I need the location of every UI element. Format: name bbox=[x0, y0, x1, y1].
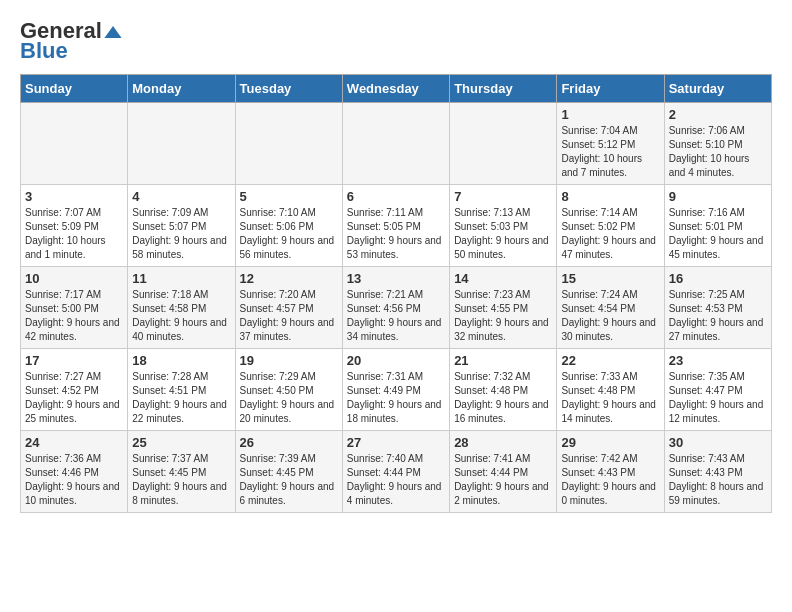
calendar-cell: 15Sunrise: 7:24 AM Sunset: 4:54 PM Dayli… bbox=[557, 267, 664, 349]
calendar-week-row: 17Sunrise: 7:27 AM Sunset: 4:52 PM Dayli… bbox=[21, 349, 772, 431]
calendar-cell: 6Sunrise: 7:11 AM Sunset: 5:05 PM Daylig… bbox=[342, 185, 449, 267]
calendar-cell: 2Sunrise: 7:06 AM Sunset: 5:10 PM Daylig… bbox=[664, 103, 771, 185]
calendar-cell: 12Sunrise: 7:20 AM Sunset: 4:57 PM Dayli… bbox=[235, 267, 342, 349]
header: General Blue bbox=[20, 20, 772, 64]
day-number: 19 bbox=[240, 353, 338, 368]
day-info: Sunrise: 7:31 AM Sunset: 4:49 PM Dayligh… bbox=[347, 370, 445, 426]
day-info: Sunrise: 7:21 AM Sunset: 4:56 PM Dayligh… bbox=[347, 288, 445, 344]
day-number: 7 bbox=[454, 189, 552, 204]
day-info: Sunrise: 7:32 AM Sunset: 4:48 PM Dayligh… bbox=[454, 370, 552, 426]
day-info: Sunrise: 7:11 AM Sunset: 5:05 PM Dayligh… bbox=[347, 206, 445, 262]
day-info: Sunrise: 7:27 AM Sunset: 4:52 PM Dayligh… bbox=[25, 370, 123, 426]
day-of-week-header: Thursday bbox=[450, 75, 557, 103]
svg-marker-0 bbox=[104, 26, 121, 38]
calendar-cell: 27Sunrise: 7:40 AM Sunset: 4:44 PM Dayli… bbox=[342, 431, 449, 513]
calendar-cell: 28Sunrise: 7:41 AM Sunset: 4:44 PM Dayli… bbox=[450, 431, 557, 513]
calendar-cell: 19Sunrise: 7:29 AM Sunset: 4:50 PM Dayli… bbox=[235, 349, 342, 431]
day-number: 20 bbox=[347, 353, 445, 368]
calendar-cell: 3Sunrise: 7:07 AM Sunset: 5:09 PM Daylig… bbox=[21, 185, 128, 267]
day-number: 3 bbox=[25, 189, 123, 204]
day-info: Sunrise: 7:25 AM Sunset: 4:53 PM Dayligh… bbox=[669, 288, 767, 344]
day-info: Sunrise: 7:41 AM Sunset: 4:44 PM Dayligh… bbox=[454, 452, 552, 508]
day-number: 17 bbox=[25, 353, 123, 368]
day-number: 5 bbox=[240, 189, 338, 204]
day-info: Sunrise: 7:07 AM Sunset: 5:09 PM Dayligh… bbox=[25, 206, 123, 262]
day-number: 28 bbox=[454, 435, 552, 450]
day-number: 23 bbox=[669, 353, 767, 368]
calendar-table: SundayMondayTuesdayWednesdayThursdayFrid… bbox=[20, 74, 772, 513]
day-info: Sunrise: 7:42 AM Sunset: 4:43 PM Dayligh… bbox=[561, 452, 659, 508]
calendar-cell: 21Sunrise: 7:32 AM Sunset: 4:48 PM Dayli… bbox=[450, 349, 557, 431]
day-number: 25 bbox=[132, 435, 230, 450]
day-of-week-header: Wednesday bbox=[342, 75, 449, 103]
calendar-cell: 1Sunrise: 7:04 AM Sunset: 5:12 PM Daylig… bbox=[557, 103, 664, 185]
day-number: 15 bbox=[561, 271, 659, 286]
day-number: 22 bbox=[561, 353, 659, 368]
day-number: 24 bbox=[25, 435, 123, 450]
day-of-week-header: Monday bbox=[128, 75, 235, 103]
calendar-cell bbox=[128, 103, 235, 185]
calendar-week-row: 24Sunrise: 7:36 AM Sunset: 4:46 PM Dayli… bbox=[21, 431, 772, 513]
day-number: 13 bbox=[347, 271, 445, 286]
calendar-cell: 5Sunrise: 7:10 AM Sunset: 5:06 PM Daylig… bbox=[235, 185, 342, 267]
day-info: Sunrise: 7:28 AM Sunset: 4:51 PM Dayligh… bbox=[132, 370, 230, 426]
day-number: 10 bbox=[25, 271, 123, 286]
day-info: Sunrise: 7:23 AM Sunset: 4:55 PM Dayligh… bbox=[454, 288, 552, 344]
day-number: 6 bbox=[347, 189, 445, 204]
calendar-cell bbox=[450, 103, 557, 185]
calendar-cell: 14Sunrise: 7:23 AM Sunset: 4:55 PM Dayli… bbox=[450, 267, 557, 349]
day-number: 12 bbox=[240, 271, 338, 286]
logo: General Blue bbox=[20, 20, 122, 64]
day-info: Sunrise: 7:40 AM Sunset: 4:44 PM Dayligh… bbox=[347, 452, 445, 508]
day-number: 26 bbox=[240, 435, 338, 450]
day-number: 30 bbox=[669, 435, 767, 450]
day-number: 16 bbox=[669, 271, 767, 286]
calendar-cell: 8Sunrise: 7:14 AM Sunset: 5:02 PM Daylig… bbox=[557, 185, 664, 267]
calendar-week-row: 1Sunrise: 7:04 AM Sunset: 5:12 PM Daylig… bbox=[21, 103, 772, 185]
calendar-cell: 24Sunrise: 7:36 AM Sunset: 4:46 PM Dayli… bbox=[21, 431, 128, 513]
calendar-cell: 20Sunrise: 7:31 AM Sunset: 4:49 PM Dayli… bbox=[342, 349, 449, 431]
day-number: 18 bbox=[132, 353, 230, 368]
logo-blue: Blue bbox=[20, 38, 68, 64]
calendar-cell: 11Sunrise: 7:18 AM Sunset: 4:58 PM Dayli… bbox=[128, 267, 235, 349]
day-number: 21 bbox=[454, 353, 552, 368]
day-info: Sunrise: 7:04 AM Sunset: 5:12 PM Dayligh… bbox=[561, 124, 659, 180]
calendar-cell: 23Sunrise: 7:35 AM Sunset: 4:47 PM Dayli… bbox=[664, 349, 771, 431]
calendar-cell bbox=[342, 103, 449, 185]
day-number: 27 bbox=[347, 435, 445, 450]
day-of-week-header: Saturday bbox=[664, 75, 771, 103]
day-info: Sunrise: 7:29 AM Sunset: 4:50 PM Dayligh… bbox=[240, 370, 338, 426]
day-of-week-header: Friday bbox=[557, 75, 664, 103]
day-number: 2 bbox=[669, 107, 767, 122]
calendar-cell: 4Sunrise: 7:09 AM Sunset: 5:07 PM Daylig… bbox=[128, 185, 235, 267]
calendar-header-row: SundayMondayTuesdayWednesdayThursdayFrid… bbox=[21, 75, 772, 103]
calendar-cell: 13Sunrise: 7:21 AM Sunset: 4:56 PM Dayli… bbox=[342, 267, 449, 349]
day-info: Sunrise: 7:06 AM Sunset: 5:10 PM Dayligh… bbox=[669, 124, 767, 180]
day-info: Sunrise: 7:18 AM Sunset: 4:58 PM Dayligh… bbox=[132, 288, 230, 344]
day-of-week-header: Tuesday bbox=[235, 75, 342, 103]
day-number: 11 bbox=[132, 271, 230, 286]
day-number: 29 bbox=[561, 435, 659, 450]
day-info: Sunrise: 7:36 AM Sunset: 4:46 PM Dayligh… bbox=[25, 452, 123, 508]
calendar-cell: 9Sunrise: 7:16 AM Sunset: 5:01 PM Daylig… bbox=[664, 185, 771, 267]
calendar-cell bbox=[21, 103, 128, 185]
day-info: Sunrise: 7:43 AM Sunset: 4:43 PM Dayligh… bbox=[669, 452, 767, 508]
day-number: 4 bbox=[132, 189, 230, 204]
day-info: Sunrise: 7:35 AM Sunset: 4:47 PM Dayligh… bbox=[669, 370, 767, 426]
calendar-cell: 16Sunrise: 7:25 AM Sunset: 4:53 PM Dayli… bbox=[664, 267, 771, 349]
day-info: Sunrise: 7:37 AM Sunset: 4:45 PM Dayligh… bbox=[132, 452, 230, 508]
day-info: Sunrise: 7:17 AM Sunset: 5:00 PM Dayligh… bbox=[25, 288, 123, 344]
calendar-cell bbox=[235, 103, 342, 185]
day-info: Sunrise: 7:14 AM Sunset: 5:02 PM Dayligh… bbox=[561, 206, 659, 262]
calendar-cell: 22Sunrise: 7:33 AM Sunset: 4:48 PM Dayli… bbox=[557, 349, 664, 431]
day-info: Sunrise: 7:24 AM Sunset: 4:54 PM Dayligh… bbox=[561, 288, 659, 344]
calendar-cell: 29Sunrise: 7:42 AM Sunset: 4:43 PM Dayli… bbox=[557, 431, 664, 513]
day-info: Sunrise: 7:33 AM Sunset: 4:48 PM Dayligh… bbox=[561, 370, 659, 426]
calendar-cell: 25Sunrise: 7:37 AM Sunset: 4:45 PM Dayli… bbox=[128, 431, 235, 513]
calendar-cell: 18Sunrise: 7:28 AM Sunset: 4:51 PM Dayli… bbox=[128, 349, 235, 431]
calendar-cell: 17Sunrise: 7:27 AM Sunset: 4:52 PM Dayli… bbox=[21, 349, 128, 431]
day-of-week-header: Sunday bbox=[21, 75, 128, 103]
calendar-cell: 26Sunrise: 7:39 AM Sunset: 4:45 PM Dayli… bbox=[235, 431, 342, 513]
calendar-week-row: 10Sunrise: 7:17 AM Sunset: 5:00 PM Dayli… bbox=[21, 267, 772, 349]
calendar-cell: 10Sunrise: 7:17 AM Sunset: 5:00 PM Dayli… bbox=[21, 267, 128, 349]
